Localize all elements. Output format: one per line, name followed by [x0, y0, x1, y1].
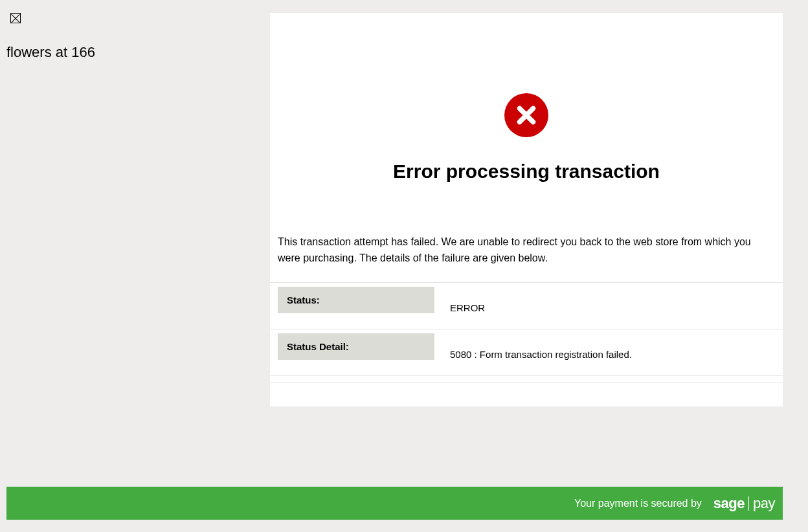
error-icon [504, 93, 548, 137]
detail-row-status: Status: ERROR [270, 282, 783, 329]
footer-bar: Your payment is secured by sage pay [6, 487, 783, 520]
divider [270, 382, 783, 383]
broken-image-icon [10, 13, 21, 23]
logo-sage-text: sage [713, 495, 745, 512]
error-title: Error processing transaction [270, 161, 783, 183]
sidebar: flowers at 166 [6, 13, 259, 61]
detail-value: ERROR [434, 287, 485, 325]
detail-value: 5080 : Form transaction registration fai… [434, 333, 632, 371]
sagepay-logo: sage pay [713, 495, 775, 512]
site-name: flowers at 166 [6, 44, 259, 61]
error-panel: Error processing transaction This transa… [270, 13, 783, 406]
detail-label: Status Detail: [278, 333, 434, 360]
error-header: Error processing transaction [270, 13, 783, 234]
logo-divider [748, 496, 749, 511]
error-description: This transaction attempt has failed. We … [270, 234, 783, 282]
footer-secured-text: Your payment is secured by [574, 498, 702, 509]
logo-pay-text: pay [753, 495, 775, 512]
detail-row-status-detail: Status Detail: 5080 : Form transaction r… [270, 329, 783, 375]
divider [270, 375, 783, 380]
detail-label: Status: [278, 287, 434, 313]
